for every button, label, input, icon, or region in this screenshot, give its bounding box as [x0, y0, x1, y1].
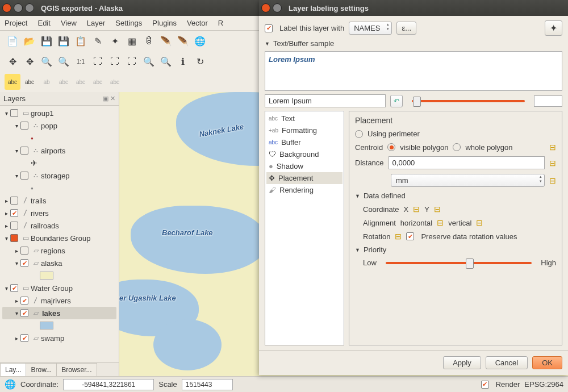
label-change-button[interactable]: abc — [107, 74, 123, 90]
checkbox[interactable] — [10, 109, 18, 117]
scale-input[interactable] — [182, 379, 233, 390]
label-rotate-button[interactable]: abc — [90, 74, 106, 90]
new-layer-button[interactable]: 📋 — [73, 33, 89, 49]
radio-whole[interactable] — [453, 143, 461, 151]
zoom-in-button[interactable]: 🔍 — [39, 53, 55, 69]
layer-popp[interactable]: popp — [41, 122, 57, 130]
dialog-close-icon[interactable] — [261, 3, 270, 12]
menu-raster[interactable]: R — [218, 19, 223, 27]
override-v[interactable]: ⊟ — [476, 218, 483, 227]
layer-rivers[interactable]: rivers — [31, 209, 49, 218]
distance-input[interactable] — [389, 156, 545, 169]
layer-airports[interactable]: airports — [41, 147, 65, 155]
override-icon[interactable]: ⊟ — [549, 159, 556, 168]
zoom-next-button[interactable]: 🔍 — [158, 53, 174, 69]
priority-header[interactable]: Priority — [355, 245, 556, 254]
opt-formatting[interactable]: +abFormatting — [266, 124, 343, 136]
coord-input[interactable] — [63, 379, 154, 390]
edit-button[interactable]: ✎ — [90, 33, 106, 49]
sample-header[interactable]: Text/Buffer sample — [265, 39, 562, 48]
label-abc2-button[interactable]: abc — [22, 74, 37, 90]
maximize-icon[interactable] — [25, 3, 34, 12]
node-tool-button[interactable]: ✦ — [107, 33, 123, 49]
apply-button[interactable]: Apply — [443, 356, 481, 369]
layer-tree[interactable]: ▾▭group1 ▾∴popp ● ▾∴airports ✈ ▾∴storage… — [0, 106, 119, 362]
menu-project[interactable]: Project — [5, 19, 27, 27]
unit-combo[interactable]: mm — [391, 174, 545, 187]
layer-alaska[interactable]: alaska — [41, 259, 62, 268]
label-layer-checkbox[interactable] — [265, 24, 273, 32]
opt-shadow[interactable]: ●Shadow — [266, 160, 343, 172]
layer-group1[interactable]: group1 — [31, 109, 53, 118]
sample-size-input[interactable] — [534, 95, 562, 107]
opt-text[interactable]: abcText — [266, 112, 343, 124]
expression-button[interactable]: ε... — [396, 22, 416, 35]
panel-buttons[interactable]: ▣ ✕ — [103, 95, 115, 102]
preserve-checkbox[interactable] — [406, 232, 414, 240]
layer-trails[interactable]: trails — [31, 197, 46, 205]
zoom-out-button[interactable]: 🔍 — [56, 53, 72, 69]
override-y[interactable]: ⊟ — [434, 205, 441, 214]
options-list[interactable]: abcText +abFormatting abcBuffer 🛡Backgro… — [265, 111, 344, 345]
priority-slider[interactable] — [386, 262, 532, 264]
render-checkbox[interactable] — [481, 381, 489, 389]
identify-button[interactable]: ℹ — [175, 53, 191, 69]
layer-regions[interactable]: regions — [41, 247, 65, 255]
layer-water-group[interactable]: Water Group — [31, 284, 73, 293]
zoom-layer-button[interactable]: ⛶ — [124, 53, 140, 69]
label-pin-button[interactable]: ab — [39, 74, 55, 90]
override-icon[interactable]: ⊟ — [549, 143, 556, 152]
data-defined-header[interactable]: Data defined — [355, 191, 556, 200]
layer-lakes[interactable]: lakes — [42, 309, 61, 318]
pan-button[interactable]: ✥ — [5, 53, 20, 69]
cancel-button[interactable]: Cancel — [486, 356, 528, 369]
open-project-button[interactable]: 📂 — [22, 33, 37, 49]
refresh-button[interactable]: ↻ — [192, 53, 208, 69]
override-x[interactable]: ⊟ — [413, 205, 420, 214]
sample-reset-button[interactable]: ↶ — [390, 95, 403, 107]
feather2-button[interactable]: 🪶 — [175, 33, 191, 49]
dialog-min-icon[interactable] — [273, 3, 282, 12]
save-as-button[interactable]: 💾 — [56, 33, 72, 49]
radio-perimeter[interactable] — [355, 130, 363, 138]
layer-majrivers[interactable]: majrivers — [41, 297, 71, 305]
layer-boundaries[interactable]: Boundaries Group — [31, 234, 91, 243]
feather-button[interactable]: 🪶 — [158, 33, 174, 49]
opt-background[interactable]: 🛡Background — [266, 148, 343, 160]
tab-layers[interactable]: Lay... — [0, 363, 26, 376]
override-h[interactable]: ⊟ — [437, 218, 444, 227]
field-combo[interactable]: NAMES — [349, 22, 392, 35]
sample-input[interactable] — [265, 94, 386, 107]
layer-storagep[interactable]: storagep — [41, 172, 70, 180]
override-icon[interactable]: ⊟ — [549, 176, 556, 185]
opt-buffer[interactable]: abcBuffer — [266, 136, 343, 148]
override-rot[interactable]: ⊟ — [395, 232, 402, 241]
minimize-icon[interactable] — [14, 3, 23, 12]
opt-rendering[interactable]: 🖌Rendering — [266, 184, 343, 196]
zoom-last-button[interactable]: 🔍 — [141, 53, 157, 69]
save-button[interactable]: 💾 — [39, 33, 55, 49]
sample-size-slider[interactable] — [412, 100, 525, 102]
layer-railroads[interactable]: railroads — [31, 222, 59, 230]
tab-browser2[interactable]: Browser... — [56, 363, 97, 376]
globe-button[interactable]: 🌐 — [192, 33, 208, 49]
opt-placement[interactable]: ✥Placement — [266, 172, 343, 184]
menu-vector[interactable]: Vector — [187, 19, 208, 27]
zoom-native-button[interactable]: 1:1 — [73, 53, 89, 69]
grid-button[interactable]: ▦ — [124, 33, 140, 49]
pan-selection-button[interactable]: ✥ — [22, 53, 37, 69]
label-move-button[interactable]: abc — [73, 74, 89, 90]
menu-edit[interactable]: Edit — [37, 19, 50, 27]
engine-settings-button[interactable]: ✦ — [545, 20, 562, 36]
layer-swamp[interactable]: swamp — [41, 334, 64, 343]
menu-layer[interactable]: Layer — [87, 19, 106, 27]
db-button[interactable]: 🛢 — [141, 33, 157, 49]
menu-plugins[interactable]: Plugins — [152, 19, 177, 27]
new-project-button[interactable]: 📄 — [5, 33, 20, 49]
radio-visible[interactable] — [387, 143, 395, 151]
menu-view[interactable]: View — [61, 19, 77, 27]
ok-button[interactable]: OK — [532, 356, 562, 369]
tab-browser[interactable]: Brow... — [26, 363, 57, 376]
crs-icon[interactable]: 🌐 — [5, 379, 16, 390]
menu-settings[interactable]: Settings — [115, 19, 142, 27]
